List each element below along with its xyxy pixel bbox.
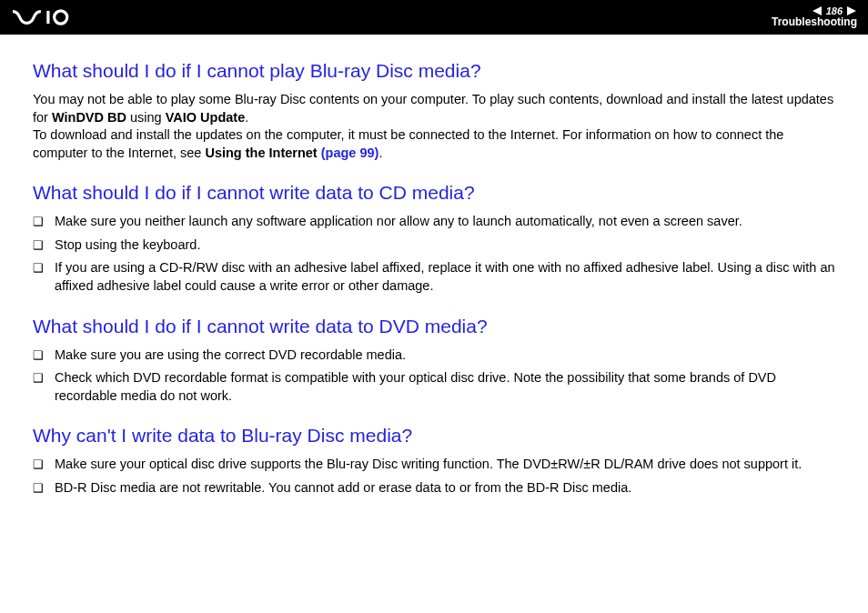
list-text: BD-R Disc media are not rewritable. You … (55, 479, 835, 497)
list-bluray-write: ❑Make sure your optical disc drive suppo… (33, 456, 835, 497)
svg-marker-3 (847, 6, 856, 15)
paragraph-bluray-play: You may not be able to play some Blu-ray… (33, 91, 835, 162)
text: To download and install the updates on t… (33, 127, 783, 160)
heading-cd-write: What should I do if I cannot write data … (33, 182, 835, 204)
svg-marker-2 (812, 6, 822, 15)
vaio-logo (13, 0, 95, 35)
vaio-logo-svg (13, 9, 95, 25)
svg-rect-0 (46, 11, 49, 24)
text: . (245, 110, 248, 125)
bullet-icon: ❑ (33, 479, 55, 497)
bullet-icon: ❑ (33, 236, 55, 255)
list-dvd-write: ❑Make sure you are using the correct DVD… (33, 347, 835, 406)
heading-bluray-play: What should I do if I cannot play Blu-ra… (33, 60, 835, 82)
bullet-icon: ❑ (33, 347, 55, 365)
list-text: Stop using the keyboard. (55, 236, 835, 255)
bullet-icon: ❑ (33, 213, 55, 231)
list-cd-write: ❑Make sure you neither launch any softwa… (33, 213, 835, 295)
bold-text: WinDVD BD (52, 110, 126, 125)
bullet-icon: ❑ (33, 369, 55, 387)
list-item: ❑BD-R Disc media are not rewritable. You… (33, 479, 835, 497)
list-item: ❑Make sure you neither launch any softwa… (33, 213, 835, 231)
bold-text: Using the Internet (205, 146, 320, 160)
bold-text: VAIO Update (166, 110, 246, 125)
text: . (378, 146, 382, 160)
list-text: Check which DVD recordable format is com… (55, 369, 835, 405)
page-header: 186 Troubleshooting (0, 0, 868, 35)
list-item: ❑Stop using the keyboard. (33, 236, 835, 255)
bullet-icon: ❑ (33, 259, 55, 277)
list-item: ❑Make sure your optical disc drive suppo… (33, 456, 835, 474)
list-item: ❑If you are using a CD-R/RW disc with an… (33, 259, 835, 295)
page-link[interactable]: (page 99) (321, 146, 379, 160)
bullet-icon: ❑ (33, 456, 55, 474)
list-item: ❑Make sure you are using the correct DVD… (33, 347, 835, 365)
text: using (126, 110, 166, 125)
header-right: 186 Troubleshooting (772, 5, 857, 28)
heading-dvd-write: What should I do if I cannot write data … (33, 316, 835, 337)
page-content: What should I do if I cannot play Blu-ra… (0, 35, 868, 520)
next-page-icon[interactable] (846, 6, 857, 15)
list-text: If you are using a CD-R/RW disc with an … (55, 259, 835, 295)
list-item: ❑Check which DVD recordable format is co… (33, 369, 835, 405)
list-text: Make sure you are using the correct DVD … (55, 347, 835, 365)
heading-bluray-write: Why can't I write data to Blu-ray Disc m… (33, 425, 835, 447)
list-text: Make sure your optical disc drive suppor… (55, 456, 835, 474)
section-label: Troubleshooting (772, 16, 857, 28)
prev-page-icon[interactable] (812, 6, 823, 15)
list-text: Make sure you neither launch any softwar… (55, 213, 835, 231)
svg-point-1 (55, 11, 67, 24)
